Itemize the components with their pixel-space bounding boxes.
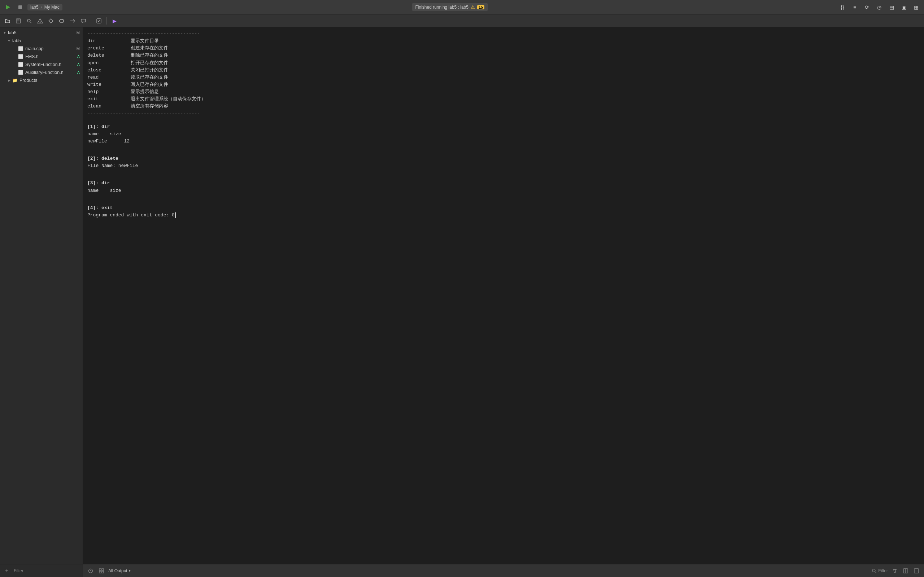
file-icon-3: ⬜: [18, 62, 23, 67]
chat-icon: [81, 18, 86, 24]
lines-icon: ≡: [853, 4, 856, 10]
cmd-help: help: [87, 89, 131, 95]
svg-rect-0: [18, 5, 22, 9]
svg-rect-17: [97, 19, 101, 23]
cmd-create: create: [87, 45, 131, 52]
prompt-4: [4]: exit: [87, 205, 920, 212]
file-tree: ▼ lab5 M ▼ lab5 ⬜ main.cpp M ⬜ FMS.h: [0, 27, 82, 86]
code-structure-button[interactable]: {}: [837, 2, 848, 12]
toolbar-right: {} ≡ ⟳ ◷ ▤ ▣ ▦: [837, 2, 921, 12]
trash-icon: [892, 568, 897, 574]
navigator-button[interactable]: [3, 16, 12, 26]
sidebar-bottom-bar: + Filter: [0, 564, 82, 577]
sidebar-item-main-cpp[interactable]: ⬜ main.cpp M: [0, 45, 82, 53]
filter-right-label: Filter: [878, 568, 888, 574]
add-file-button[interactable]: +: [3, 567, 11, 575]
breakpoint-button[interactable]: [68, 16, 77, 26]
cmd-exit: exit: [87, 95, 131, 103]
refresh-button[interactable]: ⟳: [862, 2, 872, 12]
cmd-read: read: [87, 74, 131, 81]
session-2: [2]: delete File Name: newFile: [87, 155, 920, 169]
output-prev-button[interactable]: [87, 567, 95, 575]
layout-full-button[interactable]: [913, 567, 921, 575]
stop-button[interactable]: [15, 2, 25, 12]
sidebar-item-products[interactable]: ▶ 📁 Products: [0, 76, 82, 84]
play-icon: [6, 5, 10, 10]
spacer-2: [87, 149, 920, 155]
breadcrumb-item-mac: My Mac: [44, 5, 60, 10]
toolbar-left: lab5 › My Mac: [3, 2, 63, 12]
play-button[interactable]: [3, 2, 13, 12]
panel-mid-icon: ▣: [901, 4, 906, 10]
output-clear-button[interactable]: [97, 567, 105, 575]
file-icon-2: ⬜: [18, 54, 23, 59]
tree-label-lab5: lab5: [12, 38, 80, 43]
svg-rect-19: [99, 569, 101, 571]
purple-arrow-button[interactable]: ▶: [110, 16, 119, 26]
tree-arrow-products-icon: ▶: [7, 79, 11, 82]
svg-rect-9: [60, 19, 63, 23]
cmd-write: write: [87, 81, 131, 89]
panel-right-button[interactable]: ▦: [911, 2, 921, 12]
panel-mid-button[interactable]: ▣: [899, 2, 909, 12]
layout-split-button[interactable]: [901, 567, 909, 575]
curly-braces-icon: {}: [841, 4, 844, 10]
trash-button[interactable]: [891, 567, 899, 575]
svg-point-23: [872, 569, 875, 572]
purple-run-icon: ▶: [113, 18, 116, 24]
sidebar-item-fms-h[interactable]: ⬜ FMS.h A: [0, 53, 82, 61]
issue-navigator-button[interactable]: [36, 16, 45, 26]
output-bottom-right: Filter: [872, 567, 921, 575]
panel-left-button[interactable]: ▤: [887, 2, 897, 12]
desc-close: 关闭已打开的文件: [131, 67, 920, 74]
svg-rect-16: [81, 19, 86, 22]
expand-icon: [914, 568, 919, 574]
search-icon: [26, 18, 32, 24]
output-1-line-2: newFile 12: [87, 138, 920, 145]
report-button[interactable]: [79, 16, 88, 26]
sidebar-item-auxiliaryfunction-h[interactable]: ⬜ AuxiliaryFunction.h A: [0, 69, 82, 76]
tree-label-fms-h: FMS.h: [25, 54, 76, 59]
cmd-clean: clean: [87, 103, 131, 110]
desc-create: 创建未存在的文件: [131, 45, 920, 52]
toolbar-divider-2: [107, 17, 107, 24]
prompt-1: [1]: dir: [87, 123, 920, 131]
all-output-selector[interactable]: All Output ▾: [108, 568, 131, 574]
secondary-toolbar: ▶: [0, 15, 924, 27]
svg-rect-21: [99, 571, 101, 573]
debug-icon: [59, 18, 65, 24]
main-area: ▼ lab5 M ▼ lab5 ⬜ main.cpp M ⬜ FMS.h: [0, 27, 924, 577]
desc-clean: 清空所有存储内容: [131, 103, 920, 110]
warning-count: 15: [477, 5, 485, 10]
status-badge: Finished running lab5 : lab5 ⚠ 15: [412, 3, 488, 11]
chevron-down-icon: ▾: [129, 569, 131, 573]
tree-badge-systemfunction-h: A: [77, 62, 80, 67]
breadcrumb-item-lab5: lab5: [30, 5, 39, 10]
tree-label: lab5: [8, 30, 75, 35]
clock-button[interactable]: ◷: [874, 2, 884, 12]
svg-point-5: [27, 19, 30, 22]
output-2-line-1: File Name: newFile: [87, 162, 920, 169]
breakpoint-toggle-button[interactable]: [94, 16, 103, 26]
tree-badge-auxiliaryfunction-h: A: [77, 70, 80, 75]
debug-navigator-button[interactable]: [57, 16, 66, 26]
editor-layout-button[interactable]: ≡: [850, 2, 860, 12]
sidebar-item-lab5-root[interactable]: ▼ lab5 M: [0, 29, 82, 37]
test-navigator-button[interactable]: [46, 16, 56, 26]
output-4-line-1: Program ended with exit code: 0: [87, 212, 920, 219]
session-3: [3]: dir name size: [87, 180, 920, 194]
folder-icon: [5, 18, 10, 24]
all-output-label: All Output: [108, 568, 128, 574]
breadcrumb[interactable]: lab5 › My Mac: [27, 4, 63, 10]
session-1: [1]: dir name size newFile 12: [87, 123, 920, 145]
source-control-button[interactable]: [14, 16, 23, 26]
filter-label: Filter: [14, 568, 23, 574]
output-bottom-bar: All Output ▾ Filter: [83, 564, 924, 577]
sidebar-item-systemfunction-h[interactable]: ⬜ SystemFunction.h A: [0, 61, 82, 69]
desc-dir: 显示文件目录: [131, 37, 920, 45]
tree-arrow-folder-icon: ▼: [7, 39, 11, 43]
find-button[interactable]: [24, 16, 34, 26]
checkbox-icon: [96, 18, 102, 24]
grid-icon: [99, 568, 104, 574]
sidebar-item-lab5-folder[interactable]: ▼ lab5: [0, 37, 82, 45]
